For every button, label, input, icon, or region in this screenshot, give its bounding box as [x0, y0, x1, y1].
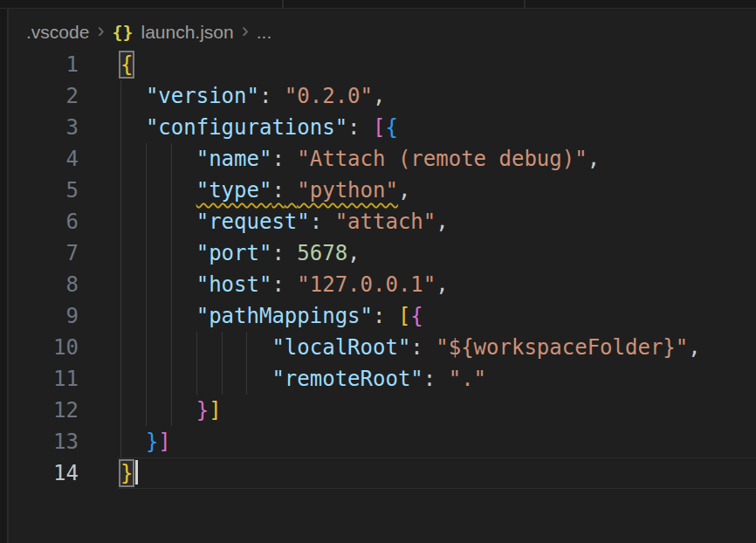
code-token: {: [410, 304, 423, 328]
code-token: :: [271, 272, 284, 297]
code-line[interactable]: 11 "remoteRoot": ".": [9, 363, 756, 395]
code-token: [285, 178, 297, 203]
line-number: 10: [9, 332, 79, 363]
line-number: 4: [9, 143, 79, 175]
code-token: "host": [196, 272, 272, 297]
code-line[interactable]: 7 "port": 5678,: [9, 237, 756, 269]
code-token: "remoteRoot": [271, 367, 423, 391]
code-token: [271, 84, 284, 108]
code-token: [120, 335, 271, 360]
code-token: [: [398, 304, 410, 328]
breadcrumb-file[interactable]: launch.json: [141, 22, 233, 43]
breadcrumb-folder[interactable]: .vscode: [26, 22, 89, 43]
code-token: :: [271, 147, 284, 171]
code-line-content: "request": "attach",: [120, 206, 449, 237]
code-line-content: "version": "0.2.0",: [120, 80, 385, 112]
code-token: ,: [373, 84, 385, 108]
code-token: [322, 210, 334, 234]
line-number: 2: [9, 80, 79, 112]
chevron-right-icon: ›: [242, 20, 249, 41]
tab-separator: [282, 0, 284, 8]
code-line[interactable]: 6 "request": "attach",: [9, 206, 756, 237]
code-token: [285, 147, 297, 171]
code-token: "0.2.0": [285, 84, 373, 108]
code-token: "type": [196, 178, 272, 203]
code-token: "request": [196, 210, 310, 234]
code-line[interactable]: 4 "name": "Attach (remote debug)",: [9, 143, 756, 175]
code-line[interactable]: 12 }]: [9, 395, 756, 426]
code-token: "localRoot": [271, 335, 410, 360]
code-token: ]: [209, 398, 221, 423]
code-token: [436, 367, 448, 391]
warning-squiggle: "type": "python": [196, 178, 398, 203]
code-token: :: [271, 178, 284, 203]
chevron-right-icon: ›: [97, 20, 104, 41]
code-line[interactable]: 3 "configurations": [{: [9, 112, 756, 143]
code-token: ,: [347, 241, 360, 265]
code-token: "${workspaceFolder}": [436, 335, 688, 360]
code-token: ,: [688, 335, 700, 360]
code-line[interactable]: 9 "pathMappings": [{: [9, 300, 756, 332]
code-line[interactable]: 1{: [9, 49, 756, 80]
code-token: ,: [588, 147, 600, 171]
code-token: "configurations": [146, 115, 347, 140]
editor-group: .vscode › {} launch.json › ... 1{2 "vers…: [9, 9, 756, 543]
code-token: }: [146, 430, 158, 454]
code-token: }: [196, 398, 209, 423]
code-token: "127.0.0.1": [297, 272, 436, 297]
code-line[interactable]: 8 "host": "127.0.0.1",: [9, 269, 756, 300]
code-token: ,: [436, 272, 448, 297]
tab-bar-edge: [0, 0, 756, 9]
code-token: ".": [449, 367, 486, 391]
code-line-content: "pathMappings": [{: [120, 300, 423, 332]
code-line[interactable]: 14}: [9, 457, 756, 489]
line-number: 3: [9, 112, 79, 143]
code-area[interactable]: 1{2 "version": "0.2.0",3 "configurations…: [9, 49, 756, 489]
code-line[interactable]: 5 "type": "python",: [9, 175, 756, 206]
breadcrumb-symbol[interactable]: ...: [257, 22, 272, 43]
code-token: [120, 272, 196, 297]
code-token: {: [385, 115, 397, 140]
code-line-content: "type": "python",: [120, 175, 410, 206]
code-line-content: "localRoot": "${workspaceFolder}",: [120, 332, 701, 363]
code-line-content: "configurations": [{: [120, 112, 398, 143]
line-number: 6: [9, 206, 79, 237]
code-token: [285, 272, 297, 297]
code-token: [120, 210, 196, 234]
code-token: [285, 241, 297, 265]
line-number: 11: [9, 363, 79, 395]
code-token: :: [410, 335, 423, 360]
code-token: "name": [196, 147, 272, 171]
code-line-content: {: [120, 49, 133, 80]
code-token: [385, 304, 397, 328]
code-line-content: }]: [120, 395, 222, 426]
code-line[interactable]: 2 "version": "0.2.0",: [9, 80, 756, 112]
line-number: 12: [9, 395, 79, 426]
code-token: "python": [297, 178, 398, 203]
code-token: [120, 304, 196, 328]
code-token: [: [373, 115, 385, 140]
code-token: [120, 147, 196, 171]
current-line-highlight: [117, 457, 756, 489]
code-token: [120, 367, 271, 391]
code-token: "version": [146, 84, 259, 108]
code-token: [120, 115, 146, 140]
line-number: 5: [9, 175, 79, 206]
code-line-content: }: [120, 457, 138, 489]
code-line-content: }]: [120, 426, 171, 457]
code-token: ,: [436, 210, 448, 234]
code-token: [361, 115, 373, 140]
code-line-content: "name": "Attach (remote debug)",: [120, 143, 600, 175]
code-token: :: [271, 241, 284, 265]
code-line[interactable]: 10 "localRoot": "${workspaceFolder}",: [9, 332, 756, 363]
sidebar-edge: [0, 9, 9, 543]
text-cursor: [135, 460, 138, 485]
code-token: [120, 178, 196, 203]
bracket-match-highlight: {: [120, 52, 133, 77]
code-token: [120, 430, 146, 454]
json-file-icon: {}: [112, 22, 133, 43]
line-number: 13: [9, 426, 79, 457]
code-token: :: [373, 304, 385, 328]
line-number: 9: [9, 300, 79, 332]
code-line[interactable]: 13 }]: [9, 426, 756, 457]
